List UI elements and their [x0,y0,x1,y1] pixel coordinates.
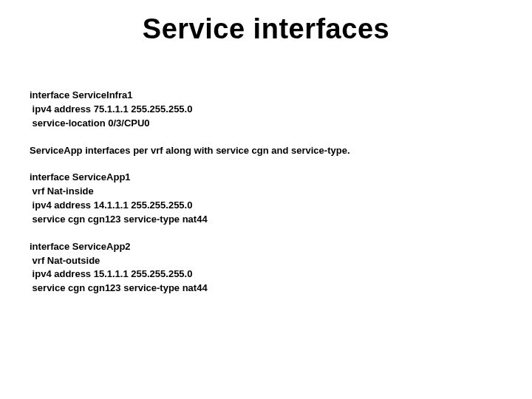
config-line: service-location 0/3/CPU0 [30,117,502,131]
config-line: interface ServiceInfra1 [30,89,502,103]
config-line: service cgn cgn123 service-type nat44 [30,282,502,296]
config-line: ipv4 address 15.1.1.1 255.255.255.0 [30,267,502,282]
config-line: service cgn cgn123 service-type nat44 [30,213,502,227]
slide-title: Service interfaces [0,13,532,45]
config-line: vrf Nat-outside [30,254,502,268]
config-line: interface ServiceApp2 [30,240,502,254]
config-line: ServiceApp interfaces per vrf along with… [30,144,502,158]
note-text: ServiceApp interfaces per vrf along with… [30,144,502,158]
config-line: ipv4 address 14.1.1.1 255.255.255.0 [30,199,502,213]
config-block-app1: interface ServiceApp1 vrf Nat-inside ipv… [30,171,502,226]
config-block-app2: interface ServiceApp2 vrf Nat-outside ip… [30,240,502,296]
config-block-infra: interface ServiceInfra1 ipv4 address 75.… [30,89,502,131]
slide-body: interface ServiceInfra1 ipv4 address 75.… [30,89,502,309]
config-line: interface ServiceApp1 [30,171,502,185]
config-line: ipv4 address 75.1.1.1 255.255.255.0 [30,103,502,117]
slide: Service interfaces interface ServiceInfr… [0,0,532,399]
config-line: vrf Nat-inside [30,185,502,199]
